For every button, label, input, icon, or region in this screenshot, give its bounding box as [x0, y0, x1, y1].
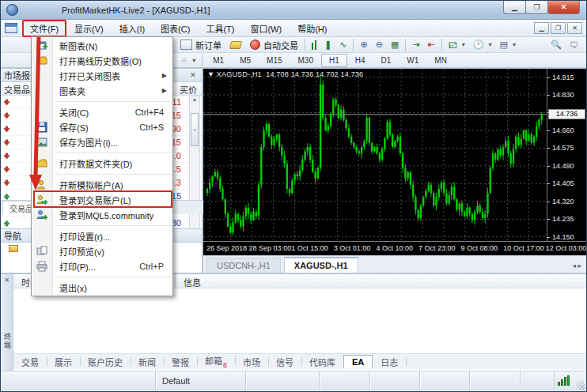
menu-item-label: 关闭(C) [59, 106, 89, 119]
terminal-tab-市场[interactable]: 市场 [235, 354, 268, 370]
account-icon [36, 179, 47, 190]
menu-item-5[interactable]: 窗口(W) [242, 20, 290, 37]
new-chart-icon [36, 40, 47, 51]
menu-separator [32, 273, 172, 280]
chart-tab-usdcnhh1[interactable]: USDCNH-,H1 [206, 258, 281, 273]
timeframe-m15[interactable]: M15 [259, 54, 290, 67]
terminal-tab-日志[interactable]: 日志 [373, 354, 406, 370]
file-menu-item-12[interactable]: 登录到交易账户(L) [32, 192, 172, 207]
menu-shortcut: Ctrl+S [139, 122, 164, 132]
terminal-message-column[interactable]: 信息 [176, 274, 587, 288]
terminal-tab-邮箱[interactable]: 邮箱6 [197, 352, 235, 370]
terminal-tab-代码库[interactable]: 代码库 [301, 354, 343, 370]
time-tick-label: 10 Oct 17:00 [503, 244, 544, 252]
timeframe-d1[interactable]: D1 [373, 54, 400, 67]
market-watch-scrollbar[interactable]: ▲ ≡ [189, 96, 200, 246]
time-axis[interactable]: 26 Sep 201828 Sep 03:001 Oct 15:003 Oct … [203, 241, 587, 255]
time-tick-label: 9 Oct 08:00 [461, 244, 498, 252]
close-button[interactable]: ✕ [547, 1, 580, 14]
file-menu-item-19[interactable]: 退出(x) [32, 280, 172, 295]
menu-item-file[interactable]: 文件(F) [22, 20, 66, 37]
timeframe-mn[interactable]: MN [426, 54, 455, 67]
menu-item-1[interactable]: 显示(V) [66, 20, 112, 37]
mdi-close-button[interactable]: ✕ [567, 22, 582, 34]
price-tick-label: 14.235 [552, 215, 574, 223]
candlestick-mode-button[interactable]: ❚ [320, 39, 335, 51]
zoom-in-button[interactable]: ⊕ [356, 39, 371, 51]
indicators-button[interactable]: 🗠▾ [445, 40, 469, 51]
time-tick-label: 1 Oct 15:00 [291, 244, 328, 252]
file-menu-item-7[interactable]: 保存为图片(i)... [32, 134, 172, 149]
templates-button[interactable]: ▤▾ [495, 39, 519, 51]
price-tick-label: 14.405 [552, 179, 574, 187]
menu-item-label: 保存为图片(i)... [59, 136, 118, 149]
file-menu-item-0[interactable]: 新图表(N) [32, 38, 172, 53]
print-preview-icon [36, 246, 47, 257]
file-menu-dropdown: 新图表(N)打开离线历史数据(O)打开已关闭图表▶图表夹▶关闭(C)Ctrl+F… [31, 36, 173, 296]
title-bar: ProfitMarketHK-Live2 - [XAGUSD-,H1] ▁ ❐ … [1, 1, 586, 20]
timeframe-h4[interactable]: H4 [347, 54, 373, 67]
terminal-tab-警报[interactable]: 警报 [164, 354, 197, 370]
file-menu-item-5[interactable]: 关闭(C)Ctrl+F4 [32, 104, 172, 119]
resize-grip[interactable] [577, 382, 585, 390]
bar-chart-mode-button[interactable] [308, 40, 320, 51]
terminal-tab-ea[interactable]: EA [343, 355, 373, 368]
chart-plot-area[interactable] [203, 69, 547, 241]
chart-tab-xagusdh1[interactable]: XAGUSD-,H1 [284, 258, 358, 273]
file-menu-item-11[interactable]: 开新模拟帐户(A) [32, 177, 172, 192]
menu-item-3[interactable]: 图表(C) [153, 20, 198, 37]
menu-bar: 文件(F)显示(V)插入(I)图表(C)工具(T)窗口(W)帮助(H) ▁ ❐ … [1, 20, 586, 37]
timeframe-m1[interactable]: M1 [205, 54, 232, 67]
file-menu-item-3[interactable]: 图表夹▶ [32, 83, 172, 98]
search-icon[interactable]: 🔍 [551, 40, 562, 50]
file-menu-item-13[interactable]: 登录到MQL5.community [32, 207, 172, 222]
chart-shift-button[interactable]: ⇤ [424, 39, 439, 51]
timeframe-m30[interactable]: M30 [290, 54, 321, 67]
terminal-tab-新闻[interactable]: 新闻 [131, 354, 164, 370]
timeframe-w1[interactable]: W1 [399, 54, 426, 67]
terminal-tab-信号[interactable]: 信号 [268, 354, 301, 370]
menu-item-label: 打开已关闭图表 [59, 70, 120, 82]
history-center-icon[interactable] [229, 41, 242, 49]
file-menu-item-6[interactable]: 保存(S)Ctrl+S [32, 119, 172, 134]
file-menu-item-16[interactable]: 打印预览(v) [32, 243, 172, 258]
terminal-tab-交易[interactable]: 交易 [13, 354, 47, 370]
market-watch-close-icon[interactable]: ✕ [187, 71, 199, 79]
file-menu-item-9[interactable]: 打开数据文件夹(D) [32, 156, 172, 171]
menu-item-6[interactable]: 帮助(H) [290, 20, 335, 37]
chat-icon[interactable]: 🗨 [570, 40, 578, 50]
tile-windows-button[interactable]: ▦ [387, 39, 403, 51]
timeframe-m5[interactable]: M5 [232, 54, 259, 67]
autotrade-button[interactable]: 自动交易 [246, 38, 302, 52]
connection-status-icon [558, 375, 570, 386]
minimize-button[interactable]: ▁ [503, 1, 526, 14]
file-menu-item-2[interactable]: 打开已关闭图表▶ [32, 68, 172, 83]
time-tick-label: 4 Oct 10:00 [376, 244, 413, 252]
timeframe-h1[interactable]: H1 [321, 54, 347, 67]
file-menu-item-1[interactable]: 打开离线历史数据(O) [32, 53, 172, 68]
file-menu-item-17[interactable]: 打印(P)...Ctrl+P [32, 258, 172, 273]
menu-item-label: 退出(x) [59, 281, 87, 294]
chart-window[interactable]: ▼ XAGUSD-,H1 14.708 14.736 14.702 14.736… [203, 69, 587, 255]
line-studies-button[interactable]: ⁘▾ [176, 55, 199, 66]
new-order-button[interactable]: 新订单 [176, 38, 225, 52]
restore-button[interactable]: ❐ [525, 1, 548, 14]
mdi-minimize-button[interactable]: ▁ [534, 22, 549, 34]
chart-tab-scroll-arrows[interactable]: ◂ ▸ [572, 262, 581, 273]
mdi-restore-button[interactable]: ❐ [551, 22, 566, 34]
terminal-close-icon[interactable]: ✕ [1, 274, 13, 284]
status-segment-7 [521, 371, 555, 390]
menu-item-4[interactable]: 工具(T) [198, 20, 242, 37]
time-tick-label: 12 Oct 03:00 [546, 244, 587, 252]
file-menu-item-15[interactable]: 打印设置(r)... [32, 228, 172, 243]
auto-scroll-button[interactable]: ⇥ [408, 39, 423, 51]
zoom-out-button[interactable]: ⊖ [372, 39, 387, 51]
line-chart-mode-button[interactable]: ∿ [335, 39, 350, 51]
chart-collapse-icon[interactable]: ▼ [207, 70, 217, 78]
menu-item-2[interactable]: 插入(I) [112, 20, 153, 37]
price-axis[interactable]: 14.91514.83014.74514.66014.57514.49014.4… [547, 69, 587, 241]
terminal-tab-账户历史[interactable]: 账户历史 [80, 354, 131, 370]
mailbox-badge: 6 [223, 361, 227, 369]
periods-button[interactable]: 🕐▾ [469, 39, 496, 51]
terminal-tab-展示[interactable]: 展示 [47, 354, 80, 370]
